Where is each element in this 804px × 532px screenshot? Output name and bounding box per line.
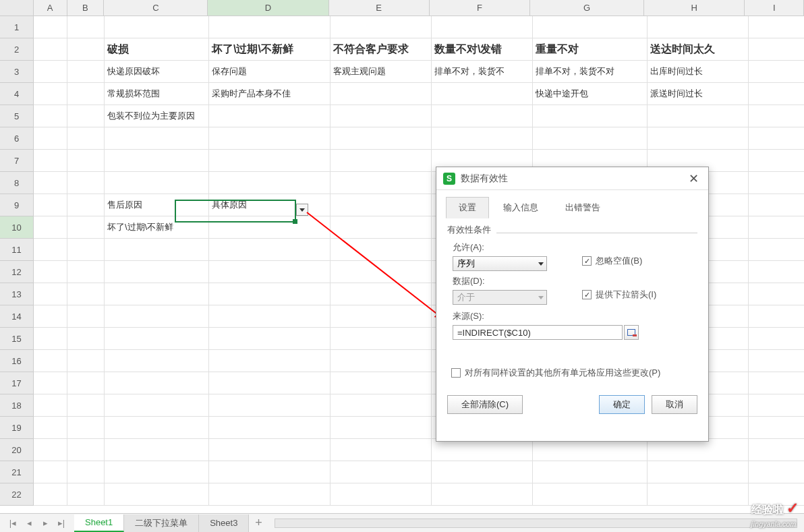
row-header-3[interactable]: 3 — [0, 61, 34, 83]
cell-H4[interactable]: 派送时间过长 — [648, 83, 749, 105]
cell-B12[interactable] — [67, 261, 105, 283]
cell-I2[interactable] — [749, 38, 804, 61]
cell-I5[interactable] — [749, 105, 804, 127]
cell-C16[interactable] — [105, 350, 209, 372]
cell-D14[interactable] — [209, 305, 331, 328]
cell-B11[interactable] — [67, 239, 105, 261]
cell-I9[interactable] — [749, 194, 804, 216]
row-header-10[interactable]: 10 — [0, 216, 34, 239]
cell-D1[interactable] — [209, 16, 331, 38]
cell-A10[interactable] — [34, 216, 67, 239]
cell-B1[interactable] — [67, 16, 105, 38]
cell-G2[interactable]: 重量不对 — [533, 38, 648, 61]
cell-C20[interactable] — [105, 439, 209, 461]
cell-H5[interactable] — [648, 105, 749, 127]
cell-C6[interactable] — [105, 127, 209, 150]
cell-I1[interactable] — [749, 16, 804, 38]
prev-sheet-button[interactable]: ◂ — [22, 516, 36, 530]
cell-I14[interactable] — [749, 305, 804, 328]
cell-C22[interactable] — [105, 483, 209, 506]
cell-C17[interactable] — [105, 372, 209, 394]
cell-A17[interactable] — [34, 372, 67, 394]
cell-C8[interactable] — [105, 172, 209, 194]
cell-D4[interactable]: 采购时产品本身不佳 — [209, 83, 331, 105]
cell-B19[interactable] — [67, 417, 105, 439]
cell-B8[interactable] — [67, 172, 105, 194]
cell-C2[interactable]: 破损 — [105, 38, 209, 61]
cell-A9[interactable] — [34, 194, 67, 216]
cell-C4[interactable]: 常规损坏范围 — [105, 83, 209, 105]
cell-I19[interactable] — [749, 417, 804, 439]
cell-E22[interactable] — [331, 483, 432, 506]
cell-B7[interactable] — [67, 150, 105, 172]
row-header-19[interactable]: 19 — [0, 417, 34, 439]
row-header-6[interactable]: 6 — [0, 127, 34, 150]
cell-H3[interactable]: 出库时间过长 — [648, 61, 749, 83]
cell-G5[interactable] — [533, 105, 648, 127]
row-header-22[interactable]: 22 — [0, 483, 34, 506]
cell-A2[interactable] — [34, 38, 67, 61]
select-all-corner[interactable] — [0, 0, 34, 16]
ok-button[interactable]: 确定 — [599, 395, 645, 414]
row-header-11[interactable]: 11 — [0, 239, 34, 261]
col-header-H[interactable]: H — [644, 0, 745, 16]
cell-E17[interactable] — [331, 372, 432, 394]
cell-H20[interactable] — [648, 439, 749, 461]
cell-A21[interactable] — [34, 461, 67, 483]
cell-F2[interactable]: 数量不对\发错 — [432, 38, 533, 61]
row-header-14[interactable]: 14 — [0, 305, 34, 328]
cell-A4[interactable] — [34, 83, 67, 105]
cell-C9[interactable]: 售后原因 — [105, 194, 209, 216]
cell-E20[interactable] — [331, 439, 432, 461]
cell-C7[interactable] — [105, 150, 209, 172]
cell-E11[interactable] — [331, 239, 432, 261]
cell-B21[interactable] — [67, 461, 105, 483]
col-header-I[interactable]: I — [745, 0, 804, 16]
cell-C21[interactable] — [105, 461, 209, 483]
cell-E18[interactable] — [331, 394, 432, 417]
cell-A5[interactable] — [34, 105, 67, 127]
cell-D6[interactable] — [209, 127, 331, 150]
cell-E8[interactable] — [331, 172, 432, 194]
cell-B13[interactable] — [67, 283, 105, 305]
cell-E6[interactable] — [331, 127, 432, 150]
cell-E19[interactable] — [331, 417, 432, 439]
cell-E3[interactable]: 客观主观问题 — [331, 61, 432, 83]
row-header-16[interactable]: 16 — [0, 350, 34, 372]
cell-D7[interactable] — [209, 150, 331, 172]
row-header-5[interactable]: 5 — [0, 105, 34, 127]
ignore-blank-checkbox[interactable]: 忽略空值(B) — [582, 255, 642, 267]
cell-H2[interactable]: 送达时间太久 — [648, 38, 749, 61]
cell-G4[interactable]: 快递中途开包 — [533, 83, 648, 105]
cell-A20[interactable] — [34, 439, 67, 461]
range-picker-button[interactable] — [624, 325, 639, 340]
cell-I10[interactable] — [749, 216, 804, 239]
cell-B4[interactable] — [67, 83, 105, 105]
row-header-13[interactable]: 13 — [0, 283, 34, 305]
row-header-18[interactable]: 18 — [0, 394, 34, 417]
cell-E15[interactable] — [331, 328, 432, 350]
row-header-15[interactable]: 15 — [0, 328, 34, 350]
close-button[interactable]: ✕ — [685, 171, 701, 187]
row-header-7[interactable]: 7 — [0, 150, 34, 172]
cell-C13[interactable] — [105, 283, 209, 305]
sheet-tab-1[interactable]: Sheet1 — [74, 514, 124, 532]
tab-settings[interactable]: 设置 — [446, 197, 489, 218]
cell-I6[interactable] — [749, 127, 804, 150]
cell-E9[interactable] — [331, 194, 432, 216]
cell-E13[interactable] — [331, 283, 432, 305]
cell-A19[interactable] — [34, 417, 67, 439]
cell-A18[interactable] — [34, 394, 67, 417]
dialog-titlebar[interactable]: S 数据有效性 ✕ — [436, 167, 708, 190]
cell-G1[interactable] — [533, 16, 648, 38]
cell-H21[interactable] — [648, 461, 749, 483]
cell-G3[interactable]: 排单不对，装货不对 — [533, 61, 648, 83]
cell-F5[interactable] — [432, 105, 533, 127]
cell-B22[interactable] — [67, 483, 105, 506]
allow-select[interactable]: 序列 — [453, 256, 547, 271]
cell-I4[interactable] — [749, 83, 804, 105]
cell-A13[interactable] — [34, 283, 67, 305]
cell-F21[interactable] — [432, 461, 533, 483]
cell-D10[interactable] — [209, 216, 331, 239]
cell-D20[interactable] — [209, 439, 331, 461]
